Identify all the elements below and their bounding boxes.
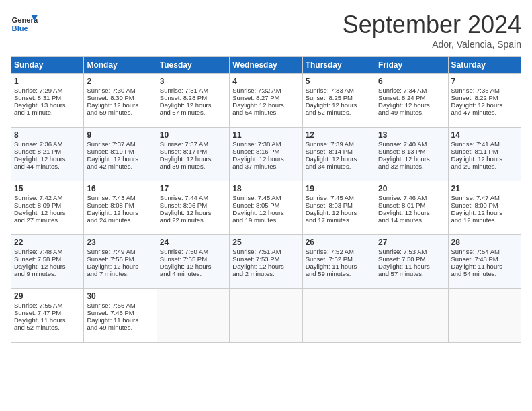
calendar-cell: 6Sunrise: 7:34 AMSunset: 8:24 PMDaylight… xyxy=(375,74,448,128)
day-info: and 59 minutes. xyxy=(306,270,372,277)
day-info: Daylight: 11 hours xyxy=(378,263,445,270)
day-number: 14 xyxy=(451,130,518,140)
day-info: Daylight: 12 hours xyxy=(232,209,299,216)
day-info: and 49 minutes. xyxy=(87,324,153,331)
day-info: Daylight: 12 hours xyxy=(378,209,445,216)
day-info: and 54 minutes. xyxy=(451,270,518,277)
day-info: Sunrise: 7:42 AM xyxy=(14,194,81,201)
day-info: Sunset: 8:09 PM xyxy=(14,201,81,209)
day-info: and 52 minutes. xyxy=(306,109,372,116)
calendar-cell: 27Sunrise: 7:53 AMSunset: 7:50 PMDayligh… xyxy=(375,235,448,289)
day-info: Daylight: 12 hours xyxy=(378,101,445,109)
day-info: Daylight: 12 hours xyxy=(14,263,81,270)
calendar-cell xyxy=(302,289,375,342)
calendar-cell: 10Sunrise: 7:37 AMSunset: 8:17 PMDayligh… xyxy=(157,128,229,181)
day-number: 17 xyxy=(160,184,226,193)
day-info: Sunrise: 7:56 AM xyxy=(87,302,153,309)
day-header-tuesday: Tuesday xyxy=(157,57,229,74)
day-info: and 44 minutes. xyxy=(14,163,81,170)
day-info: and 14 minutes. xyxy=(378,216,445,224)
day-info: and 52 minutes. xyxy=(14,324,81,331)
month-title: September 2024 xyxy=(343,11,521,39)
calendar-cell: 17Sunrise: 7:44 AMSunset: 8:06 PMDayligh… xyxy=(157,181,229,235)
day-info: Sunset: 8:08 PM xyxy=(87,201,153,209)
day-info: Sunset: 8:30 PM xyxy=(87,94,153,101)
day-info: Sunrise: 7:50 AM xyxy=(160,248,226,255)
day-info: and 17 minutes. xyxy=(306,216,372,224)
day-info: Daylight: 12 hours xyxy=(87,263,153,270)
day-number: 13 xyxy=(378,130,445,140)
day-info: Sunrise: 7:29 AM xyxy=(14,87,81,94)
day-info: Sunrise: 7:48 AM xyxy=(14,248,81,255)
day-info: and 2 minutes. xyxy=(232,270,299,277)
calendar-cell: 2Sunrise: 7:30 AMSunset: 8:30 PMDaylight… xyxy=(84,74,157,128)
day-header-thursday: Thursday xyxy=(302,57,375,74)
day-info: Sunrise: 7:43 AM xyxy=(87,194,153,201)
day-info: Daylight: 12 hours xyxy=(306,209,372,216)
day-info: and 57 minutes. xyxy=(378,270,445,277)
day-info: Sunrise: 7:54 AM xyxy=(451,248,518,255)
day-info: Sunset: 7:58 PM xyxy=(14,255,81,263)
day-info: Sunset: 7:52 PM xyxy=(306,255,372,263)
day-info: and 54 minutes. xyxy=(232,109,299,116)
day-info: Sunset: 8:19 PM xyxy=(87,148,153,155)
calendar-cell xyxy=(230,289,302,342)
day-info: Daylight: 11 hours xyxy=(87,316,153,324)
day-info: and 34 minutes. xyxy=(306,163,372,170)
calendar-cell: 24Sunrise: 7:50 AMSunset: 7:55 PMDayligh… xyxy=(157,235,229,289)
day-info: Sunset: 8:14 PM xyxy=(306,148,372,155)
day-info: Sunset: 8:06 PM xyxy=(160,201,226,209)
calendar-cell xyxy=(375,289,448,342)
calendar-cell: 28Sunrise: 7:54 AMSunset: 7:48 PMDayligh… xyxy=(448,235,521,289)
day-info: Daylight: 12 hours xyxy=(451,101,518,109)
day-number: 15 xyxy=(14,184,81,193)
day-header-saturday: Saturday xyxy=(448,57,521,74)
day-info: Sunset: 7:56 PM xyxy=(87,255,153,263)
calendar-cell: 14Sunrise: 7:41 AMSunset: 8:11 PMDayligh… xyxy=(448,128,521,181)
day-info: Sunset: 8:11 PM xyxy=(451,148,518,155)
day-number: 2 xyxy=(87,77,153,86)
day-info: Sunrise: 7:30 AM xyxy=(87,87,153,94)
day-info: Sunrise: 7:45 AM xyxy=(306,194,372,201)
day-info: Sunrise: 7:35 AM xyxy=(451,87,518,94)
day-info: Sunset: 7:45 PM xyxy=(87,309,153,316)
day-number: 11 xyxy=(232,130,299,140)
day-info: Sunrise: 7:51 AM xyxy=(232,248,299,255)
day-info: Sunset: 8:25 PM xyxy=(306,94,372,101)
day-info: and 24 minutes. xyxy=(87,216,153,224)
day-info: Daylight: 12 hours xyxy=(306,155,372,163)
calendar-cell: 22Sunrise: 7:48 AMSunset: 7:58 PMDayligh… xyxy=(11,235,84,289)
day-info: and 37 minutes. xyxy=(232,163,299,170)
day-info: Daylight: 12 hours xyxy=(87,155,153,163)
calendar-cell xyxy=(448,289,521,342)
calendar-cell: 18Sunrise: 7:45 AMSunset: 8:05 PMDayligh… xyxy=(230,181,302,235)
day-number: 26 xyxy=(306,238,372,247)
svg-text:Blue: Blue xyxy=(12,24,28,32)
calendar-cell: 29Sunrise: 7:55 AMSunset: 7:47 PMDayligh… xyxy=(11,289,84,342)
day-info: Sunrise: 7:55 AM xyxy=(14,302,81,309)
day-info: Sunset: 7:53 PM xyxy=(232,255,299,263)
day-number: 19 xyxy=(306,184,372,193)
day-info: Sunset: 8:17 PM xyxy=(160,148,226,155)
calendar-cell: 4Sunrise: 7:32 AMSunset: 8:27 PMDaylight… xyxy=(230,74,302,128)
calendar-cell xyxy=(157,289,229,342)
day-info: Sunset: 7:50 PM xyxy=(378,255,445,263)
day-info: Daylight: 11 hours xyxy=(306,263,372,270)
calendar-cell: 11Sunrise: 7:38 AMSunset: 8:16 PMDayligh… xyxy=(230,128,302,181)
day-info: Sunset: 8:22 PM xyxy=(451,94,518,101)
day-info: Sunrise: 7:33 AM xyxy=(306,87,372,94)
day-info: Sunrise: 7:39 AM xyxy=(306,140,372,148)
day-number: 29 xyxy=(14,291,81,301)
calendar-table: SundayMondayTuesdayWednesdayThursdayFrid… xyxy=(11,56,521,342)
calendar-cell: 26Sunrise: 7:52 AMSunset: 7:52 PMDayligh… xyxy=(302,235,375,289)
day-header-wednesday: Wednesday xyxy=(230,57,302,74)
day-number: 25 xyxy=(232,238,299,247)
day-info: Daylight: 12 hours xyxy=(232,155,299,163)
day-number: 20 xyxy=(378,184,445,193)
day-info: Sunrise: 7:34 AM xyxy=(378,87,445,94)
day-info: Daylight: 12 hours xyxy=(451,209,518,216)
day-info: Daylight: 12 hours xyxy=(451,155,518,163)
day-info: Sunrise: 7:47 AM xyxy=(451,194,518,201)
calendar-cell: 30Sunrise: 7:56 AMSunset: 7:45 PMDayligh… xyxy=(84,289,157,342)
day-number: 18 xyxy=(232,184,299,193)
